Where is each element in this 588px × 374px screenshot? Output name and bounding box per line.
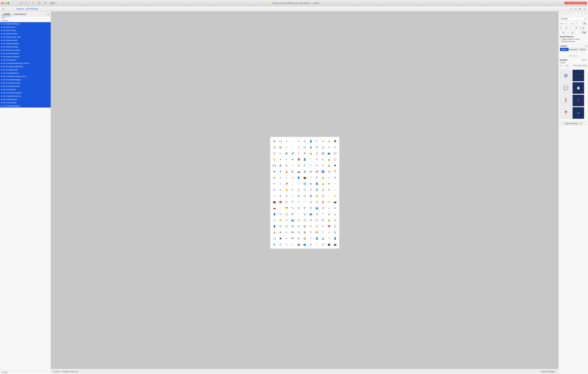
icon-cell[interactable]: 👥 [290, 217, 295, 223]
export-edit-icon[interactable]: ✏ [584, 59, 585, 61]
icon-cell[interactable]: 🔧 [278, 211, 283, 217]
layer-item[interactable]: ▶ 🖥 ic/divers/bank_add [0, 35, 51, 39]
icon-cell[interactable]: 🐦 [272, 242, 277, 247]
icon-cell[interactable]: 📋 [278, 242, 283, 247]
icon-cell[interactable]: 📁 [326, 199, 332, 205]
icon-cell[interactable]: 🏠 [302, 229, 308, 235]
icon-cell[interactable]: 📋 [308, 199, 314, 205]
icon-cell[interactable]: ♁ [284, 193, 289, 199]
icon-cell[interactable]: 🚗 [272, 205, 277, 211]
layout-arrow-left[interactable]: ← [560, 52, 562, 54]
icon-cell[interactable]: 🔒 [320, 181, 326, 186]
icon-cell[interactable]: ≡ [296, 150, 302, 156]
icon-cell[interactable]: ≡ [284, 229, 289, 235]
layout-arrow-right[interactable]: → [585, 52, 587, 54]
layer-item[interactable]: ▶ 🖥 ic/contact/relationship [0, 65, 51, 68]
icon-cell[interactable]: 🎁 [296, 156, 302, 162]
traffic-lights[interactable] [1, 2, 9, 4]
layer-item[interactable]: ▶ 🖥 ic/device/desktop [0, 55, 51, 58]
icon-cell[interactable]: 🖥 [278, 229, 283, 235]
tab-components[interactable]: COMPONENTS [12, 13, 28, 16]
export-selected-button[interactable]: Export Selected... 🔒 [560, 121, 587, 125]
layer-item[interactable]: ▶ 🖥 ic/contact/relationship_remote [0, 62, 51, 65]
icon-cell[interactable]: ↺ [314, 162, 320, 168]
icon-cell[interactable]: ✈ [302, 138, 308, 144]
icon-cell[interactable]: ≡ [290, 175, 295, 181]
icon-cell[interactable]: 📡 [332, 229, 338, 235]
icon-cell[interactable]: « [326, 205, 332, 211]
icon-cell[interactable]: 🖥 [290, 223, 295, 229]
icon-cell[interactable]: 👥 [308, 211, 314, 217]
layer-item[interactable]: ▶ 🖥 ic/contact/location [0, 85, 51, 88]
layer-item[interactable]: ▶ 🖥 ic/contact/call [0, 101, 51, 104]
icon-cell[interactable]: 👤 [302, 156, 308, 162]
icon-cell[interactable]: ♡ [278, 205, 283, 211]
icon-cell[interactable]: ↗ [296, 199, 302, 205]
icon-cell[interactable]: ⊕ [290, 156, 295, 162]
icon-cell[interactable]: ⊘ [308, 242, 314, 247]
icon-cell[interactable]: ⚖ [284, 199, 289, 205]
icon-cell[interactable]: ✈ [326, 187, 332, 192]
icon-cell[interactable]: 🏠 [278, 144, 283, 150]
icon-cell[interactable]: ← [332, 181, 338, 186]
text-tool[interactable]: Aa [37, 1, 41, 5]
adjust-content-checkbox[interactable] [560, 38, 562, 40]
export-add-icon[interactable]: + [586, 59, 587, 61]
icon-cell[interactable]: 📄 [296, 181, 302, 186]
icon-cell[interactable]: ↗ [326, 229, 332, 235]
distribute-v-button[interactable]: ⇕ [584, 12, 587, 15]
height-input[interactable] [573, 26, 580, 29]
layer-item[interactable]: ▶ 🖥 ic/contact/phone [0, 71, 51, 75]
icon-cell[interactable]: × [284, 144, 289, 150]
icon-cell[interactable]: 📋 [314, 199, 320, 205]
icon-cell[interactable]: 📋 [326, 138, 332, 144]
icon-cell[interactable]: 👤 [314, 235, 320, 241]
format-input[interactable] [582, 64, 587, 67]
canvas-area[interactable]: @⬜∧…≡✈👤🛡📝📋🎓📋🏠×⋮≡📋🏦👁📋↩🔍📋✂⏻🎤≡⚙🔒📋🔃👥💬💡⎈+⊕🎁👤📄… [51, 11, 558, 374]
icon-cell[interactable]: 👤 [314, 181, 320, 186]
icon-cell[interactable]: « [284, 242, 289, 247]
layer-section-symbols[interactable]: Symbols [0, 19, 51, 22]
icon-cell[interactable]: 📡 [302, 211, 308, 217]
icon-cell[interactable]: 🖨 [326, 211, 332, 217]
inspector-toggle-2[interactable]: ⊡ [574, 7, 578, 11]
icon-cell[interactable]: ⤢ [326, 175, 332, 181]
maximize-button[interactable] [7, 2, 9, 4]
icon-cell[interactable]: ⊡ [272, 187, 277, 192]
icon-cell[interactable]: 📤 [296, 242, 302, 247]
icon-cell[interactable]: 📋 [320, 144, 326, 150]
icon-cell[interactable]: ⏱ [290, 199, 295, 205]
icon-cell[interactable]: 🔒 [320, 175, 326, 181]
filter-bar[interactable]: ⚙ Filter [0, 370, 51, 374]
icon-cell[interactable]: ⊙ [278, 187, 283, 192]
icon-cell[interactable]: 👥 [326, 150, 332, 156]
icon-cell[interactable]: 📋 [296, 217, 302, 223]
icon-cell[interactable]: 👍 [284, 187, 289, 192]
icon-cell[interactable]: ⬇ [332, 175, 338, 181]
icon-cell[interactable]: 📁 [332, 193, 338, 199]
icon-cell[interactable]: 🔃 [320, 150, 326, 156]
icon-cell[interactable]: ≡ [296, 144, 302, 150]
icon-cell[interactable]: 📋 [314, 211, 320, 217]
align-left-button[interactable]: ⊨ [560, 12, 563, 15]
custom-dropdown[interactable]: Custom ▾ [560, 17, 587, 21]
icon-cell[interactable]: 📋 [296, 205, 302, 211]
icon-cell[interactable]: ✈ [290, 187, 295, 192]
align-center-v-button[interactable]: ⊥ [574, 12, 576, 15]
commit-changes-button[interactable]: Commit Changes [539, 370, 556, 373]
icon-cell[interactable]: 🌐 [302, 181, 308, 186]
icon-cell[interactable]: 📋 [332, 223, 338, 229]
icon-cell[interactable]: 🔧 [290, 205, 295, 211]
icon-cell[interactable]: ❷ [332, 162, 338, 168]
icon-cell[interactable]: 📋 [326, 169, 332, 174]
icon-cell[interactable]: 🚀 [314, 169, 320, 174]
breadcrumb-symbols[interactable]: Symbols [16, 8, 24, 10]
layout-vertical-button[interactable]: Vertical [578, 48, 587, 51]
icon-cell[interactable]: 🎬 [326, 242, 332, 247]
icon-cell[interactable]: 🔒 [326, 156, 332, 162]
play-button[interactable]: ▶ [578, 7, 582, 11]
icon-cell[interactable]: ✏ [272, 181, 277, 186]
plugin-badge[interactable]: ● Plugin Updates Available [565, 2, 587, 4]
icon-cell[interactable]: 🔒 [314, 193, 320, 199]
layer-item[interactable]: ▶ 🖥 ic/divers/idea [0, 29, 51, 32]
